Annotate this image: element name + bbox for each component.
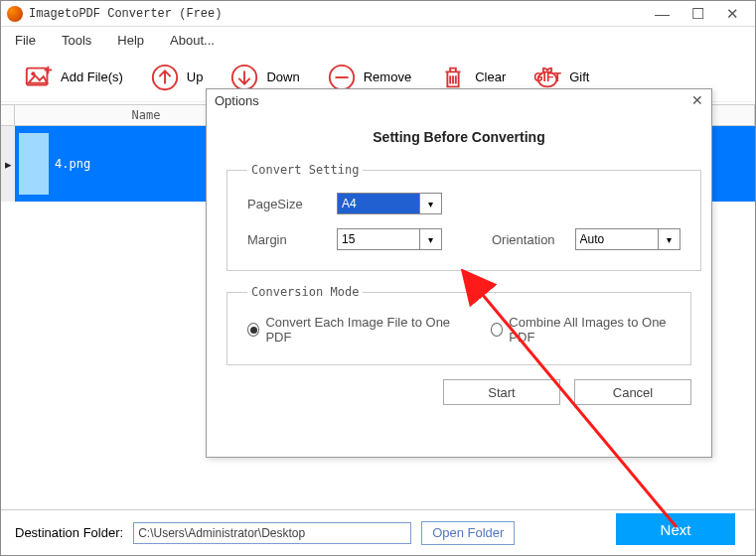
conversion-mode-legend: Conversion Mode: [247, 285, 363, 299]
add-file-icon: [23, 62, 55, 93]
clear-label: Clear: [475, 70, 506, 84]
dialog-heading: Setting Before Converting: [227, 129, 691, 145]
orientation-combo[interactable]: ▾: [575, 228, 680, 250]
up-icon: [149, 62, 181, 93]
start-button[interactable]: Start: [443, 379, 560, 405]
mode-each-label: Convert Each Image File to One PDF: [265, 315, 451, 345]
mode-each-radio[interactable]: Convert Each Image File to One PDF: [247, 315, 451, 345]
menu-tools[interactable]: Tools: [62, 33, 91, 48]
remove-label: Remove: [364, 70, 411, 84]
menu-about[interactable]: About...: [170, 33, 215, 48]
cancel-button[interactable]: Cancel: [574, 379, 691, 405]
titlebar: ImagetoPDF Converter (Free) — ☐ ✕: [1, 1, 755, 27]
up-button[interactable]: Up: [139, 58, 214, 97]
menu-help[interactable]: Help: [117, 33, 144, 48]
add-file-label: Add File(s): [61, 70, 123, 84]
orientation-input[interactable]: [576, 229, 658, 249]
gift-label: Gift: [569, 70, 589, 84]
window-controls: — ☐ ✕: [655, 5, 749, 23]
convert-setting-group: Convert Setting PageSize ▾ Margin ▾ Orie…: [227, 163, 701, 271]
app-icon: [7, 6, 23, 22]
mode-combine-label: Combine All Images to One PDF: [509, 315, 671, 345]
options-dialog: Options ✕ Setting Before Converting Conv…: [206, 88, 712, 458]
main-window: ImagetoPDF Converter (Free) — ☐ ✕ File T…: [0, 0, 756, 556]
convert-setting-legend: Convert Setting: [247, 163, 363, 177]
destination-label: Destination Folder:: [15, 525, 123, 540]
conversion-mode-group: Conversion Mode Convert Each Image File …: [227, 285, 691, 365]
next-button[interactable]: Next: [616, 513, 735, 545]
dialog-title: Options: [215, 93, 259, 108]
margin-input[interactable]: [338, 229, 419, 249]
destination-input[interactable]: [133, 522, 411, 544]
chevron-down-icon[interactable]: ▾: [419, 229, 441, 249]
close-icon[interactable]: ✕: [726, 5, 739, 23]
margin-combo[interactable]: ▾: [337, 228, 442, 250]
open-folder-button[interactable]: Open Folder: [421, 521, 515, 545]
add-file-button[interactable]: Add File(s): [13, 58, 133, 97]
pagesize-label: PageSize: [247, 197, 317, 211]
chevron-down-icon[interactable]: ▾: [658, 229, 680, 249]
pagesize-combo[interactable]: ▾: [337, 193, 442, 214]
file-name: 4.png: [53, 157, 90, 171]
row-indicator-icon: ▸: [1, 126, 15, 202]
thumbnail: [19, 133, 49, 195]
up-label: Up: [187, 70, 204, 84]
pagesize-input[interactable]: [338, 194, 419, 213]
radio-icon: [491, 323, 503, 337]
menubar: File Tools Help About...: [1, 27, 755, 53]
down-label: Down: [266, 70, 299, 84]
margin-label: Margin: [247, 232, 317, 247]
menu-file[interactable]: File: [15, 33, 36, 48]
dialog-titlebar: Options ✕: [207, 89, 711, 111]
radio-icon: [247, 323, 259, 337]
chevron-down-icon[interactable]: ▾: [419, 194, 441, 213]
minimize-icon[interactable]: —: [655, 5, 670, 23]
mode-combine-radio[interactable]: Combine All Images to One PDF: [491, 315, 671, 345]
app-title: ImagetoPDF Converter (Free): [29, 7, 222, 21]
dialog-close-icon[interactable]: ✕: [691, 92, 703, 108]
orientation-label: Orientation: [492, 232, 555, 247]
maximize-icon[interactable]: ☐: [691, 5, 704, 23]
svg-text:GIFT: GIFT: [533, 70, 561, 83]
